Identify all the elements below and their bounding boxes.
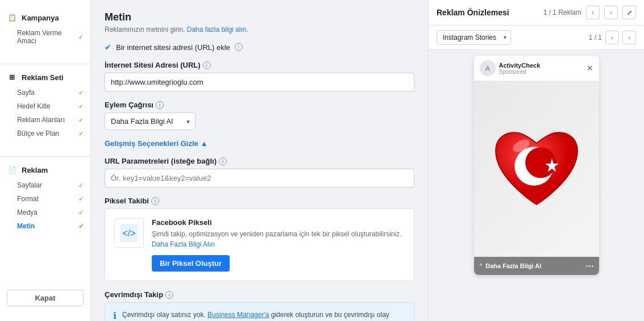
story-advertiser-name: ActivityCheck [499, 62, 541, 69]
story-header: A ActivityCheck Sponsored ✕ [474, 56, 599, 81]
pixel-label: Piksel Takibi i [105, 197, 414, 205]
preview-expand-button[interactable]: ⤢ [622, 6, 636, 19]
sidebar-section-campaign: 📋 Kampanya Reklam Verme Amacı ✓ [0, 9, 90, 48]
cta-chevron-up-icon: ^ [480, 263, 483, 269]
story-sponsored-label: Sponsored [499, 69, 541, 75]
url-input[interactable] [105, 73, 414, 91]
avatar: A [480, 60, 496, 76]
offline-info-icon: i [165, 291, 173, 299]
sidebar-section-reklam: 📄 Reklam Sayfalar ✓ Format ✓ Medya ✓ Met… [0, 161, 90, 233]
sidebar-item-butce-plan[interactable]: Bütçe ve Plan ✓ [0, 127, 90, 140]
cta-label: Eylem Çağrısı i [105, 101, 414, 109]
sidebar-reklam-seti-title: ⊞ Reklam Seti [0, 69, 90, 86]
check-icon: ✓ [78, 89, 84, 97]
sidebar-item-medya[interactable]: Medya ✓ [0, 206, 90, 219]
cta-select-wrapper: Daha Fazla Bilgi Al ▼ [105, 112, 196, 130]
pixel-text: Facebook Pikseli Şimdi takip, optimizasy… [152, 218, 405, 272]
preview-content: A ActivityCheck Sponsored ✕ [429, 50, 644, 321]
close-button[interactable]: Kapat [7, 290, 84, 306]
story-image [474, 81, 599, 257]
story-close-icon[interactable]: ✕ [587, 64, 593, 73]
business-manager-link[interactable]: Business Manager'a [207, 311, 269, 319]
advanced-toggle[interactable]: Gelişmiş Seçenekleri Gizle ▲ [105, 139, 414, 148]
url-checkbox-label: Bir internet sitesi adresi (URL) ekle [116, 43, 230, 52]
url-label: İnternet Sitesi Adresi (URL) i [105, 61, 414, 69]
platform-select[interactable]: Instagram Stories [437, 30, 511, 45]
sidebar-item-reklam-amaci[interactable]: Reklam Verme Amacı ✓ [0, 26, 90, 48]
sidebar-reklam-title: 📄 Reklam [0, 161, 90, 178]
sidebar-item-sayfa[interactable]: Sayfa ✓ [0, 86, 90, 99]
preview-page-nav: 1 / 1 ‹ › [589, 31, 636, 44]
pixel-info-icon: i [151, 197, 159, 205]
preview-next-button[interactable]: › [604, 6, 618, 19]
svg-text:</>: </> [122, 228, 135, 238]
cta-select[interactable]: Daha Fazla Bilgi Al [105, 112, 196, 130]
url-params-input[interactable] [105, 169, 414, 187]
story-cta-text: Daha Fazla Bilgi Al [485, 262, 541, 269]
main-content: Metin Reklamınızın metnini girin. Daha f… [91, 0, 428, 321]
pixel-card: </> Facebook Pikseli Şimdi takip, optimi… [105, 209, 414, 281]
dot-3 [592, 265, 593, 267]
story-cta-bar: ^ Daha Fazla Bilgi Al [474, 257, 599, 275]
subtitle-link[interactable]: Daha fazla bilgi alın. [187, 26, 248, 34]
pixel-group: Piksel Takibi i </> Facebook Pikseli Şim… [105, 197, 414, 281]
check-icon: ✓ [78, 130, 84, 137]
page-subtitle: Reklamınızın metnini girin. Daha fazla b… [105, 26, 414, 34]
svg-text:A: A [485, 65, 489, 73]
url-checkbox-info-icon: i [235, 43, 243, 51]
url-field-group: İnternet Sitesi Adresi (URL) i [105, 61, 414, 91]
info-circle-icon: ℹ [113, 310, 117, 321]
offline-info-box: ℹ Çevrimdışı olay satınız yok. Business … [105, 302, 414, 321]
sidebar-item-sayfalar[interactable]: Sayfalar ✓ [0, 178, 90, 192]
offline-group: Çevrimdışı Takip i ℹ Çevrimdışı olay sat… [105, 290, 414, 321]
sidebar-campaign-title: 📋 Kampanya [0, 9, 90, 26]
check-icon: ✓ [78, 103, 84, 110]
reklam-seti-icon: ⊞ [7, 72, 17, 82]
cta-field-group: Eylem Çağrısı i Daha Fazla Bilgi Al ▼ [105, 101, 414, 130]
sidebar-item-reklam-alanlari[interactable]: Reklam Alanları ✓ [0, 113, 90, 127]
url-checkbox-row: ✔ Bir internet sitesi adresi (URL) ekle … [105, 43, 414, 52]
url-checkbox-icon: ✔ [105, 43, 111, 52]
check-icon: ✓ [78, 34, 84, 41]
sidebar-section-reklam-seti: ⊞ Reklam Seti Sayfa ✓ Hedef Kitle ✓ Rekl… [0, 69, 90, 140]
offline-label: Çevrimdışı Takip i [105, 290, 414, 299]
pixel-learn-link[interactable]: Daha Fazla Bilgi Alın [152, 240, 215, 248]
preview-header: Reklam Önizlemesi 1 / 1 Reklam ‹ › ⤢ [429, 0, 644, 26]
url-info-icon: i [203, 61, 211, 69]
pixel-icon-box: </> [114, 218, 144, 248]
url-params-info-icon: i [219, 157, 227, 165]
sidebar-close-area: Kapat [0, 284, 90, 312]
chevron-up-icon: ▲ [201, 139, 208, 148]
sidebar: 📋 Kampanya Reklam Verme Amacı ✓ ⊞ Reklam… [0, 0, 91, 321]
story-advertiser-info: A ActivityCheck Sponsored [480, 60, 541, 76]
sidebar-item-format[interactable]: Format ✓ [0, 192, 90, 206]
url-params-label: URL Parametreleri (isteğe bağlı) i [105, 157, 414, 165]
check-icon: ✓ [78, 182, 84, 189]
check-icon: ✓ [78, 223, 84, 230]
offline-info-text: Çevrimdışı olay satınız yok. Business Ma… [122, 310, 406, 321]
url-params-group: URL Parametreleri (isteğe bağlı) i [105, 157, 414, 187]
pixel-code-icon: </> [120, 224, 138, 242]
heart-flag-image [485, 118, 588, 220]
dot-1 [586, 265, 588, 267]
platform-select-wrapper: Instagram Stories ▼ [437, 30, 511, 45]
story-dots [586, 265, 593, 267]
check-icon: ✓ [78, 195, 84, 203]
preview-prev-button[interactable]: ‹ [586, 6, 600, 19]
preview-page-next-button[interactable]: › [622, 31, 636, 44]
story-preview: A ActivityCheck Sponsored ✕ [474, 56, 599, 275]
check-icon: ✓ [78, 116, 84, 124]
preview-page-prev-button[interactable]: ‹ [605, 31, 619, 44]
preview-title: Reklam Önizlemesi [437, 8, 509, 17]
campaign-icon: 📋 [7, 12, 17, 23]
check-icon: ✓ [78, 209, 84, 216]
reklam-icon: 📄 [7, 165, 17, 175]
sidebar-item-metin[interactable]: Metin ✓ [0, 219, 90, 233]
preview-panel: Reklam Önizlemesi 1 / 1 Reklam ‹ › ⤢ Ins… [428, 0, 644, 321]
sidebar-item-hedef-kitle[interactable]: Hedef Kitle ✓ [0, 99, 90, 113]
preview-subheader: Instagram Stories ▼ 1 / 1 ‹ › [429, 26, 644, 50]
create-pixel-button[interactable]: Bir Piksel Oluştur [152, 255, 230, 272]
dot-2 [589, 265, 591, 267]
cta-info-icon: i [156, 101, 164, 109]
page-title: Metin [105, 11, 414, 23]
